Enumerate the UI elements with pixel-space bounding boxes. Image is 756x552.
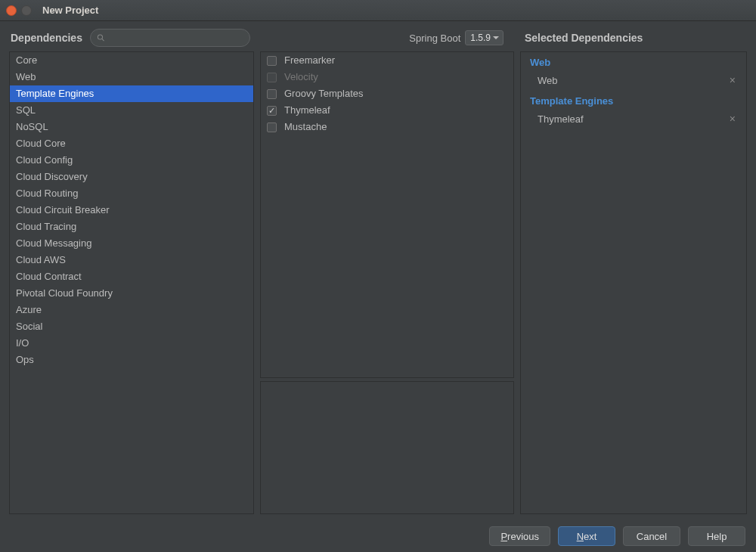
category-item[interactable]: NoSQL xyxy=(10,119,253,135)
help-button[interactable]: Help xyxy=(688,526,745,546)
search-box[interactable] xyxy=(90,29,250,47)
next-button[interactable]: Next xyxy=(558,526,615,546)
selected-item: Thymeleaf× xyxy=(521,110,746,128)
options-panel: FreemarkerVelocityGroovy TemplatesThymel… xyxy=(260,51,514,378)
checkbox-icon[interactable] xyxy=(267,56,277,66)
option-item[interactable]: Mustache xyxy=(261,119,513,135)
remove-icon[interactable]: × xyxy=(727,113,739,125)
category-item[interactable]: Template Engines xyxy=(10,85,253,102)
window-titlebar: New Project xyxy=(0,0,756,21)
selected-group-header: Template Engines xyxy=(521,89,746,110)
category-item[interactable]: I/O xyxy=(10,335,253,352)
category-item[interactable]: Cloud Core xyxy=(10,135,253,152)
previous-button[interactable]: Previous xyxy=(489,526,550,546)
checkbox-icon[interactable] xyxy=(267,89,277,99)
category-item[interactable]: Cloud Tracing xyxy=(10,219,253,235)
dependencies-label: Dependencies xyxy=(11,32,82,44)
spring-boot-label: Spring Boot xyxy=(409,33,460,44)
search-input[interactable] xyxy=(110,33,243,43)
category-item[interactable]: Cloud Config xyxy=(10,152,253,169)
category-item[interactable]: Ops xyxy=(10,352,253,368)
category-item[interactable]: Social xyxy=(10,318,253,335)
selected-item-label: Thymeleaf xyxy=(538,113,584,125)
selected-dependencies-title: Selected Dependencies xyxy=(514,21,756,51)
option-label: Thymeleaf xyxy=(284,104,330,117)
checkbox-icon[interactable] xyxy=(267,122,277,132)
close-icon[interactable] xyxy=(6,5,17,16)
checkbox-icon[interactable] xyxy=(267,106,277,116)
spring-boot-version-value: 1.5.9 xyxy=(470,33,491,43)
category-item[interactable]: Cloud Messaging xyxy=(10,235,253,252)
option-label: Groovy Templates xyxy=(284,87,364,101)
category-item[interactable]: Cloud Discovery xyxy=(10,169,253,185)
selected-item-label: Web xyxy=(538,75,558,86)
option-item[interactable]: Groovy Templates xyxy=(261,85,513,102)
option-item: Velocity xyxy=(261,69,513,85)
minimize-icon[interactable] xyxy=(21,5,32,16)
option-item[interactable]: Thymeleaf xyxy=(261,102,513,119)
svg-line-1 xyxy=(102,39,104,41)
dialog-footer: Previous Next Cancel Help xyxy=(0,520,756,552)
category-item[interactable]: Core xyxy=(10,52,253,69)
category-item[interactable]: SQL xyxy=(10,102,253,119)
description-panel xyxy=(260,381,514,514)
category-item[interactable]: Cloud Circuit Breaker xyxy=(10,202,253,219)
top-toolbar: Dependencies Spring Boot 1.5.9 xyxy=(0,21,514,51)
category-item[interactable]: Web xyxy=(10,69,253,85)
selected-panel: WebWeb×Template EnginesThymeleaf× xyxy=(520,51,747,514)
selected-group-header: Web xyxy=(521,52,746,71)
svg-point-0 xyxy=(98,35,102,39)
cancel-button[interactable]: Cancel xyxy=(623,526,680,546)
category-item[interactable]: Cloud AWS xyxy=(10,252,253,268)
remove-icon[interactable]: × xyxy=(727,74,739,86)
option-item[interactable]: Freemarker xyxy=(261,52,513,69)
window-title: New Project xyxy=(42,5,98,16)
checkbox-icon xyxy=(267,73,277,82)
category-item[interactable]: Azure xyxy=(10,302,253,318)
search-icon xyxy=(97,33,105,42)
category-item[interactable]: Pivotal Cloud Foundry xyxy=(10,285,253,302)
spring-boot-version-select[interactable]: 1.5.9 xyxy=(465,30,503,45)
option-label: Freemarker xyxy=(284,54,335,67)
category-item[interactable]: Cloud Contract xyxy=(10,268,253,285)
option-label: Velocity xyxy=(284,70,318,84)
category-item[interactable]: Cloud Routing xyxy=(10,185,253,202)
categories-panel: CoreWebTemplate EnginesSQLNoSQLCloud Cor… xyxy=(9,51,254,514)
selected-item: Web× xyxy=(521,71,746,89)
option-label: Mustache xyxy=(284,120,327,134)
